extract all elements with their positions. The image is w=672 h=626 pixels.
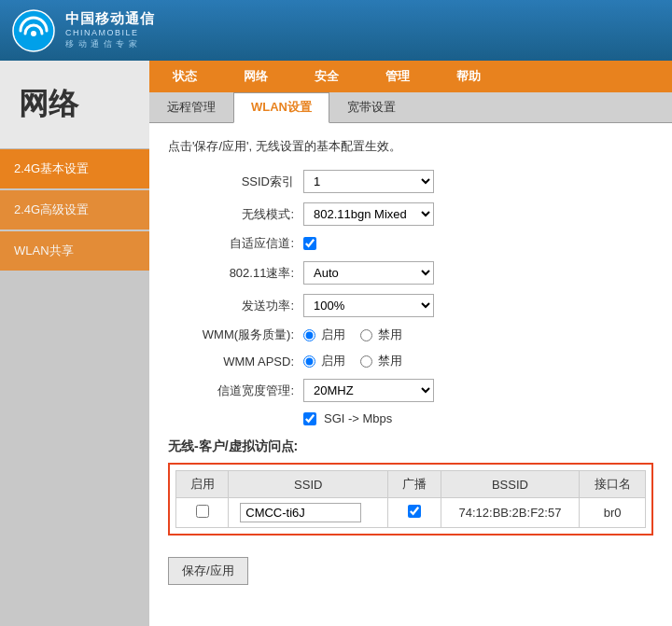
col-header-enable: 启用 (176, 471, 229, 498)
wmm-qos-label: WMM(服务质量): (168, 327, 303, 343)
adaptive-channel-control (303, 237, 316, 250)
wmm-apsd-control: 启用 禁用 (303, 353, 412, 369)
ssid-index-select[interactable]: 1234 (303, 170, 434, 193)
nav-help[interactable]: 帮助 (433, 61, 504, 92)
button-row: 保存/应用 (168, 548, 653, 585)
wmm-qos-control: 启用 禁用 (303, 327, 412, 343)
form-content: 点击'保存/应用', 无线设置的基本配置生效。 SSID索引 1234 无线模式… (149, 123, 672, 600)
channel-width-label: 信道宽度管理: (168, 383, 303, 399)
row-enable-checkbox[interactable] (196, 505, 209, 518)
tx-power-row: 发送功率: 100%75%50%25% (168, 294, 653, 317)
wireless-mode-row: 无线模式: 802.11bgn Mixed 802.11b only 802.1… (168, 202, 653, 226)
sidebar: 网络 2.4G基本设置 2.4G高级设置 WLAN共享 (0, 61, 149, 626)
wmm-qos-enable-radio[interactable] (303, 329, 315, 341)
wlan-table: 启用 SSID 广播 BSSID 接口名 (175, 470, 646, 528)
channel-width-row: 信道宽度管理: 20MHZ40MHZAuto (168, 379, 653, 402)
content-area: 状态 网络 安全 管理 帮助 远程管理 WLAN设置 宽带设置 点击'保存/应用… (149, 61, 672, 626)
svg-point-1 (31, 31, 36, 36)
wmm-apsd-row: WMM APSD: 启用 禁用 (168, 353, 653, 369)
sidebar-nav: 2.4G基本设置 2.4G高级设置 WLAN共享 (0, 149, 149, 271)
row-broadcast-cell (388, 498, 441, 528)
ssid-index-label: SSID索引 (168, 174, 303, 190)
row-enable-cell (176, 498, 229, 528)
tx-power-label: 发送功率: (168, 298, 303, 314)
nav-management[interactable]: 管理 (362, 61, 433, 92)
nav-security[interactable]: 安全 (291, 61, 362, 92)
sub-tabs: 远程管理 WLAN设置 宽带设置 (149, 92, 672, 123)
wmm-apsd-enable-radio[interactable] (303, 355, 315, 368)
wireless-mode-control: 802.11bgn Mixed 802.11b only 802.11g onl… (303, 202, 434, 226)
ssid-index-row: SSID索引 1234 (168, 170, 653, 193)
wmm-apsd-disable-radio[interactable] (360, 355, 372, 368)
wmm-qos-enable-label: 启用 (321, 327, 345, 343)
page-header: 中国移动通信 CHINAMOBILE 移 动 通 信 专 家 (0, 0, 672, 61)
wmm-qos-disable-radio[interactable] (360, 329, 372, 341)
table-row: 74:12:BB:2B:F2:57 br0 (176, 498, 646, 528)
page-title: 网络 (0, 61, 149, 149)
wmm-apsd-disable-label: 禁用 (378, 353, 402, 369)
sgi-row: SGI -> Mbps (303, 411, 653, 425)
sidebar-item-wifi-advanced[interactable]: 2.4G高级设置 (0, 190, 149, 230)
logo-icon (11, 8, 56, 53)
brand-en: CHINAMOBILE (65, 28, 155, 37)
tab-remote[interactable]: 远程管理 (149, 92, 233, 122)
sgi-text: SGI -> Mbps (324, 411, 392, 425)
top-nav: 状态 网络 安全 管理 帮助 (149, 61, 672, 92)
tab-wlan[interactable]: WLAN设置 (233, 92, 329, 123)
rate-row: 802.11速率: Auto (168, 261, 653, 285)
wmm-apsd-enable-label: 启用 (321, 353, 345, 369)
tx-power-control: 100%75%50%25% (303, 294, 434, 317)
wlan-section-title: 无线-客户/虚拟访问点: (168, 438, 653, 455)
brand-slogan: 移 动 通 信 专 家 (65, 38, 155, 50)
ssid-index-control: 1234 (303, 170, 434, 193)
channel-width-select[interactable]: 20MHZ40MHZAuto (303, 379, 434, 402)
rate-control: Auto (303, 261, 434, 285)
row-bssid-cell: 74:12:BB:2B:F2:57 (441, 498, 580, 528)
wireless-mode-label: 无线模式: (168, 206, 303, 223)
wmm-apsd-label: WMM APSD: (168, 355, 303, 369)
form-note: 点击'保存/应用', 无线设置的基本配置生效。 (168, 138, 653, 155)
rate-label: 802.11速率: (168, 265, 303, 282)
sidebar-item-wifi-basic[interactable]: 2.4G基本设置 (0, 149, 149, 188)
wlan-table-wrapper: 启用 SSID 广播 BSSID 接口名 (168, 463, 653, 536)
adaptive-channel-row: 自适应信道: (168, 235, 653, 252)
tab-broadband[interactable]: 宽带设置 (329, 92, 413, 122)
brand-text: 中国移动通信 CHINAMOBILE 移 动 通 信 专 家 (65, 10, 155, 50)
brand-cn: 中国移动通信 (65, 10, 155, 28)
nav-status[interactable]: 状态 (149, 61, 220, 92)
sgi-checkbox[interactable] (303, 412, 316, 425)
row-ssid-cell (229, 498, 388, 528)
main-layout: 网络 2.4G基本设置 2.4G高级设置 WLAN共享 状态 网络 安全 管理 … (0, 61, 672, 626)
ssid-input[interactable] (240, 503, 361, 522)
table-header-row: 启用 SSID 广播 BSSID 接口名 (176, 471, 646, 498)
col-header-bssid: BSSID (441, 471, 580, 498)
row-interface-cell: br0 (580, 498, 646, 528)
wmm-qos-disable-label: 禁用 (378, 327, 402, 343)
adaptive-channel-label: 自适应信道: (168, 235, 303, 252)
adaptive-channel-checkbox[interactable] (303, 237, 316, 250)
sidebar-item-wlan-share[interactable]: WLAN共享 (0, 231, 149, 271)
wireless-mode-select[interactable]: 802.11bgn Mixed 802.11b only 802.11g onl… (303, 202, 434, 226)
row-broadcast-checkbox[interactable] (408, 505, 421, 518)
wmm-qos-row: WMM(服务质量): 启用 禁用 (168, 327, 653, 343)
channel-width-control: 20MHZ40MHZAuto (303, 379, 434, 402)
nav-network[interactable]: 网络 (220, 61, 291, 92)
col-header-ssid: SSID (229, 471, 388, 498)
rate-select[interactable]: Auto (303, 261, 434, 285)
col-header-interface: 接口名 (580, 471, 646, 498)
tx-power-select[interactable]: 100%75%50%25% (303, 294, 434, 317)
save-button[interactable]: 保存/应用 (168, 557, 248, 585)
col-header-broadcast: 广播 (388, 471, 441, 498)
